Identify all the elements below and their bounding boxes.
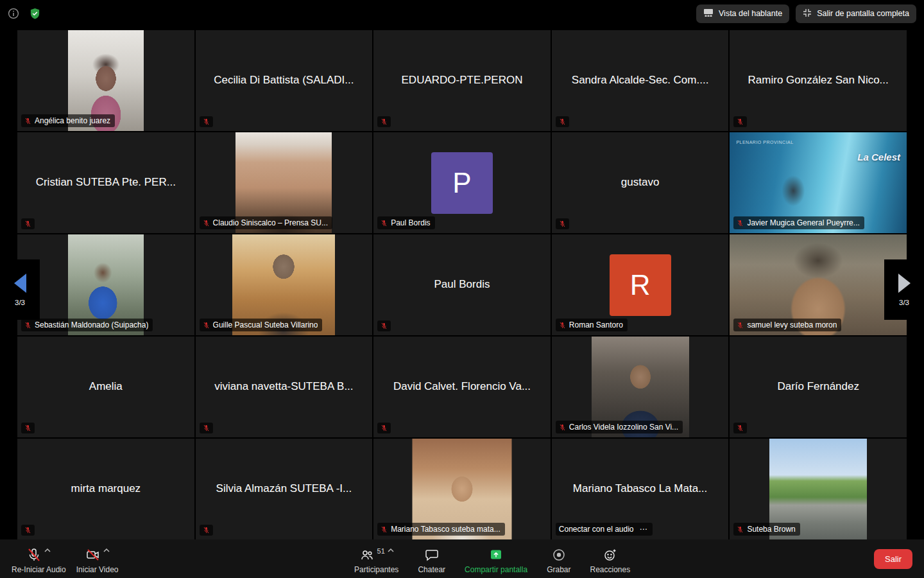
prev-page-panel: 3/3: [0, 259, 40, 320]
participant-tile[interactable]: Claudio Siniscalco – Prensa SU...: [196, 132, 373, 233]
chat-label: Chatear: [418, 565, 445, 574]
muted-mic-icon: [381, 220, 388, 227]
leave-meeting-button[interactable]: Salir: [874, 549, 912, 569]
participant-name-label: Javier Mugica General Pueyrre...: [733, 216, 864, 229]
participant-tile[interactable]: Paul Bordis: [373, 234, 551, 335]
muted-mic-icon: [24, 527, 31, 534]
participant-name-label: Sebastián Maldonado (Suipacha): [21, 319, 153, 331]
participants-options-chevron[interactable]: [388, 548, 394, 552]
share-screen-icon: [488, 547, 504, 565]
prev-page-arrow[interactable]: [14, 274, 26, 293]
record-label: Grabar: [547, 565, 570, 574]
participant-tile[interactable]: Cristian SUTEBA Pte. PER...: [17, 132, 194, 233]
muted-mic-icon: [203, 527, 210, 534]
participant-tile[interactable]: David Calvet. Florencio Va...: [373, 337, 551, 437]
participants-icon: [359, 547, 375, 565]
participant-name: Sandra Alcalde-Sec. Com....: [552, 30, 729, 131]
participant-tile[interactable]: samuel levy suteba moron: [730, 234, 907, 335]
participant-name: Ramiro González San Nico...: [730, 30, 907, 131]
participant-name: Sebastián Maldonado (Suipacha): [35, 320, 148, 329]
participant-tile[interactable]: Mariano Tabasco La Mata...Conectar con e…: [552, 439, 729, 539]
participant-name-label: Angélica benito juarez: [21, 114, 115, 127]
top-bar: Vista del hablante Salir de pantalla com…: [0, 0, 924, 27]
participant-tile[interactable]: Carlos Videla Iozzolino San Vi...: [552, 337, 729, 437]
chat-button[interactable]: Chatear: [418, 543, 445, 574]
info-icon[interactable]: [8, 8, 19, 19]
exit-fullscreen-button[interactable]: Salir de pantalla completa: [796, 4, 916, 23]
top-bar-left: [8, 8, 40, 20]
reactions-icon: [603, 547, 618, 565]
participant-name-label: Mariano Tabasco suteba mata...: [377, 523, 505, 536]
participant-name: Mariano Tabasco suteba mata...: [391, 525, 501, 534]
next-page-panel: 3/3: [884, 259, 924, 320]
share-screen-button[interactable]: Compartir pantalla: [465, 543, 527, 574]
bottom-toolbar: Re-Iniciar Audio Iniciar Video 51: [0, 539, 924, 578]
participant-tile[interactable]: RRoman Santoro: [552, 234, 729, 335]
participant-tile[interactable]: gustavo: [552, 132, 729, 233]
reactions-label: Reacciones: [590, 565, 630, 574]
participant-tile[interactable]: Silvia Almazán SUTEBA -I...: [196, 439, 373, 539]
participant-name: samuel levy suteba moron: [747, 320, 837, 329]
connect-audio-button[interactable]: Conectar con el audio⋯: [556, 523, 653, 536]
participant-tile[interactable]: Guille Pascual Suteba Villarino: [196, 234, 373, 335]
participant-name-label: Claudio Siniscalco – Prensa SU...: [200, 216, 332, 229]
more-options-icon[interactable]: ⋯: [640, 525, 648, 534]
participant-grid: Angélica benito juarezCecilia Di Battist…: [17, 30, 907, 539]
muted-indicator: [556, 116, 569, 127]
security-shield-icon[interactable]: [30, 8, 40, 20]
record-button[interactable]: Grabar: [547, 543, 570, 574]
chat-icon: [424, 547, 440, 565]
muted-mic-icon: [203, 322, 210, 329]
audio-options-chevron[interactable]: [44, 548, 51, 552]
speaker-view-icon: [703, 8, 714, 19]
participant-tile[interactable]: mirta marquez: [17, 439, 194, 539]
participant-tile[interactable]: PPaul Bordis: [373, 132, 551, 233]
unmute-audio-button[interactable]: Re-Iniciar Audio: [12, 543, 66, 574]
speaker-view-button[interactable]: Vista del hablante: [696, 4, 789, 23]
participant-name: David Calvet. Florencio Va...: [373, 337, 551, 437]
start-video-button[interactable]: Iniciar Video: [76, 543, 119, 574]
participant-tile[interactable]: Suteba Brown: [730, 439, 907, 539]
muted-mic-icon: [381, 322, 388, 329]
muted-indicator: [21, 525, 35, 536]
speaker-view-label: Vista del hablante: [719, 9, 782, 18]
toolbar-left-group: Re-Iniciar Audio Iniciar Video: [12, 543, 119, 574]
participants-button[interactable]: 51 Participantes: [354, 543, 398, 574]
participants-label: Participantes: [354, 565, 398, 574]
participant-tile[interactable]: Sebastián Maldonado (Suipacha): [17, 234, 194, 335]
muted-mic-icon: [737, 425, 744, 432]
camera-off-icon: [85, 547, 101, 565]
participant-name: Cecilia Di Battista (SALADI...: [196, 30, 373, 131]
next-page-arrow[interactable]: [898, 274, 911, 293]
participant-name: Angélica benito juarez: [35, 116, 110, 125]
muted-indicator: [377, 116, 391, 127]
exit-fullscreen-label: Salir de pantalla completa: [817, 9, 909, 18]
top-bar-right: Vista del hablante Salir de pantalla com…: [696, 4, 916, 23]
participant-tile[interactable]: EDUARDO-PTE.PERON: [373, 30, 551, 131]
connect-audio-label: Conectar con el audio: [559, 525, 634, 534]
participant-tile[interactable]: Amelia: [17, 337, 194, 437]
participant-name: mirta marquez: [17, 439, 194, 539]
participant-tile[interactable]: Angélica benito juarez: [17, 30, 194, 131]
participant-tile[interactable]: viviana navetta-SUTEBA B...: [196, 337, 373, 437]
muted-mic-icon: [24, 118, 31, 125]
participant-name: Guille Pascual Suteba Villarino: [213, 320, 318, 329]
video-banner-subtext: PLENARIO PROVINCIAL: [736, 140, 793, 144]
participant-tile[interactable]: PLENARIO PROVINCIALLa CelestJavier Mugic…: [730, 132, 907, 233]
participant-avatar: P: [431, 152, 493, 214]
muted-mic-icon: [559, 118, 566, 125]
participant-name: Amelia: [17, 337, 194, 437]
muted-indicator: [21, 423, 35, 434]
muted-mic-icon: [203, 220, 210, 227]
record-icon: [551, 547, 567, 565]
reactions-button[interactable]: Reacciones: [590, 543, 630, 574]
participant-tile[interactable]: Cecilia Di Battista (SALADI...: [196, 30, 373, 131]
toolbar-center-group: 51 Participantes Chatear Compartir pan: [354, 543, 630, 574]
participant-name: EDUARDO-PTE.PERON: [373, 30, 551, 131]
participant-name: Darío Fernández: [730, 337, 907, 437]
participant-tile[interactable]: Ramiro González San Nico...: [730, 30, 907, 131]
video-options-chevron[interactable]: [103, 548, 110, 552]
participant-tile[interactable]: Darío Fernández: [730, 337, 907, 437]
participant-tile[interactable]: Mariano Tabasco suteba mata...: [373, 439, 551, 539]
participant-tile[interactable]: Sandra Alcalde-Sec. Com....: [552, 30, 729, 131]
